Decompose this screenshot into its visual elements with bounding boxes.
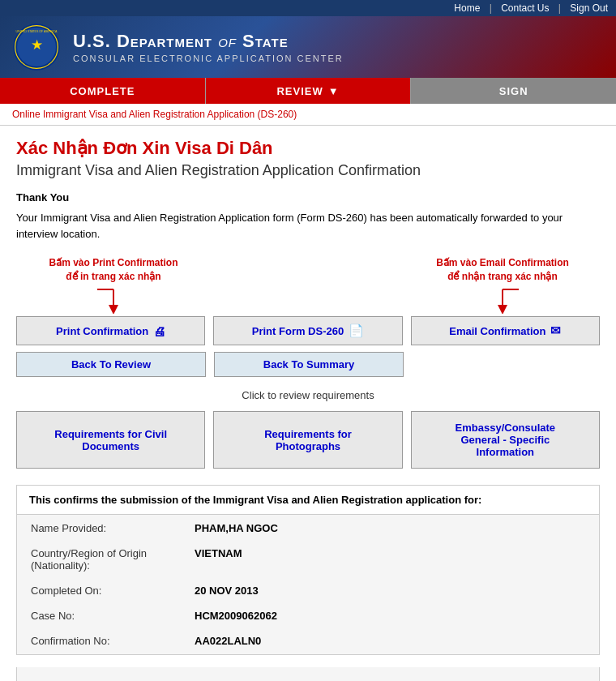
confirm-label: Confirmation No:: [19, 629, 181, 653]
progress-review: REVIEW ▼: [206, 78, 412, 104]
requirements-buttons-row: Requirements for Civil Documents Require…: [16, 411, 600, 469]
email-confirmation-button[interactable]: Email Confirmation ✉: [411, 316, 600, 345]
progress-bar: COMPLETE REVIEW ▼ SIGN: [0, 78, 616, 104]
department-title: U.S. Department of State: [73, 31, 344, 52]
svg-text:★: ★: [31, 37, 43, 53]
photographs-button[interactable]: Requirements for Photographs: [213, 411, 402, 469]
table-row: Case No: HCM2009062062: [19, 604, 597, 627]
signout-link[interactable]: Sign Out: [570, 2, 608, 14]
action-buttons-row: Print Confirmation 🖨 Print Form DS-260 📄…: [16, 316, 600, 345]
country-value: VIETNAM: [182, 542, 597, 577]
back-to-review-button[interactable]: Back To Review: [16, 352, 206, 377]
case-label: Case No:: [19, 604, 181, 627]
application-center-subtitle: CONSULAR ELECTRONIC APPLICATION CENTER: [73, 54, 344, 63]
barcode-section: // generate random-looking barcode bars: [16, 667, 600, 681]
annotation-row: Bấm vào Print Confirmationđể in trang xá…: [16, 256, 600, 313]
confirms-table: Name Provided: PHAM,HA NGOC Country/Regi…: [17, 515, 599, 654]
name-value: PHAM,HA NGOC: [182, 516, 597, 540]
svg-text:UNITED STATES OF AMERICA: UNITED STATES OF AMERICA: [16, 30, 58, 33]
confirms-section: This confirms the submission of the Immi…: [16, 485, 600, 655]
completed-value: 20 NOV 2013: [182, 579, 597, 602]
arrow-right-icon: [478, 285, 527, 314]
printer-icon: 🖨: [153, 324, 165, 338]
arrow-left-icon: [89, 285, 138, 314]
progress-sign: SIGN: [411, 78, 616, 104]
table-row: Name Provided: PHAM,HA NGOC: [19, 516, 597, 540]
back-to-summary-button[interactable]: Back To Summary: [214, 352, 404, 377]
civil-documents-button[interactable]: Requirements for Civil Documents: [16, 411, 205, 469]
thank-you-heading: Thank You: [16, 191, 600, 203]
print-ds260-button[interactable]: Print Form DS-260 📄: [213, 316, 402, 345]
case-value: HCM2009062062: [182, 604, 597, 627]
table-row: Country/Region of Origin (Nationality): …: [19, 542, 597, 577]
top-nav: Home | Contact Us | Sign Out: [0, 0, 616, 16]
secondary-buttons-row: Back To Review Back To Summary: [16, 352, 600, 377]
document-icon: 📄: [349, 323, 364, 338]
email-icon: ✉: [550, 323, 561, 338]
header-text-block: U.S. Department of State CONSULAR ELECTR…: [73, 31, 344, 63]
contact-link[interactable]: Contact Us: [501, 2, 549, 14]
embassy-button[interactable]: Embassy/Consulate General - Specific Inf…: [411, 411, 600, 469]
country-label: Country/Region of Origin (Nationality):: [19, 542, 181, 577]
confirm-value: AA022LALN0: [182, 629, 597, 653]
breadcrumb: Online Immigrant Visa and Alien Registra…: [0, 104, 616, 126]
annotation-left: Bấm vào Print Confirmationđể in trang xá…: [16, 256, 211, 313]
home-link[interactable]: Home: [454, 2, 480, 14]
page-header: ★ UNITED STATES OF AMERICA U.S. Departme…: [0, 16, 616, 78]
us-seal-icon: ★ UNITED STATES OF AMERICA: [12, 23, 61, 71]
annotation-right: Bấm vào Email Confirmationđể nhận trang …: [405, 256, 600, 313]
table-row: Confirmation No: AA022LALN0: [19, 629, 597, 653]
page-title-vietnamese: Xác Nhận Đơn Xin Visa Di Dân: [16, 138, 600, 159]
page-title-english: Immigrant Visa and Alien Registration Ap…: [16, 162, 600, 179]
click-review-text: Click to review requirements: [16, 389, 600, 401]
main-content: Xác Nhận Đơn Xin Visa Di Dân Immigrant V…: [0, 126, 616, 681]
table-row: Completed On: 20 NOV 2013: [19, 579, 597, 602]
progress-complete: COMPLETE: [0, 78, 206, 104]
completed-label: Completed On:: [19, 579, 181, 602]
name-label: Name Provided:: [19, 516, 181, 540]
confirms-header: This confirms the submission of the Immi…: [17, 486, 599, 515]
intro-paragraph: Your Immigrant Visa and Alien Registrati…: [16, 210, 600, 242]
print-confirmation-button[interactable]: Print Confirmation 🖨: [16, 316, 205, 345]
